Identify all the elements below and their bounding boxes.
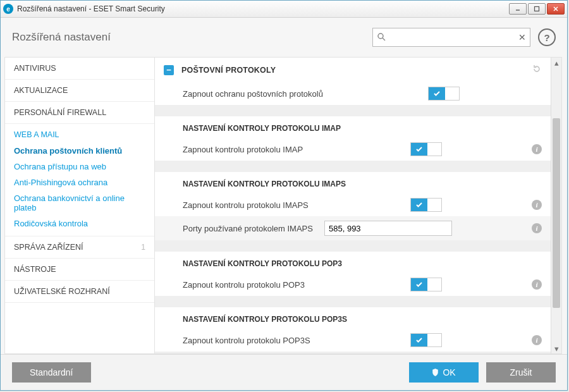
- sidebar-item-label: Ochrana bankovnictví a online plateb: [14, 193, 145, 212]
- check-icon: [411, 278, 427, 291]
- info-icon[interactable]: i: [532, 279, 542, 290]
- row-label: Porty používané protokolem IMAPS: [183, 224, 317, 233]
- row-label: Zapnout kontrolu protokolu IMAPS: [183, 200, 403, 210]
- ports-imaps-input[interactable]: [324, 221, 452, 236]
- maximize-button[interactable]: [528, 3, 546, 15]
- toggle-ochrana-postovnich-protokolu[interactable]: [428, 87, 460, 101]
- check-icon: [429, 87, 445, 100]
- page-header: Rozšířená nastavení ✕ ?: [1, 18, 567, 57]
- ok-button[interactable]: OK: [409, 362, 479, 383]
- svg-line-5: [382, 38, 385, 40]
- sidebar-item-web-a-mail[interactable]: WEB A MAIL: [5, 124, 154, 143]
- row-label: Zapnout kontrolu protokolu POP3S: [183, 336, 403, 345]
- row-zapnout-imap: Zapnout kontrolu protokolu IMAP i: [155, 138, 551, 161]
- sidebar-item-label: SPRÁVA ZAŘÍZENÍ: [14, 243, 83, 252]
- sidebar-item-ochrana-postovnich-klientu[interactable]: Ochrana poštovních klientů: [5, 143, 154, 159]
- toggle-imaps[interactable]: [410, 198, 442, 212]
- section-header-pop3: NASTAVENÍ KONTROLY PROTOKOLU POP3: [155, 252, 551, 273]
- sidebar-item-ochrana-pristupu-na-web[interactable]: Ochrana přístupu na web: [5, 159, 154, 175]
- toggle-pop3s[interactable]: [410, 333, 442, 347]
- row-label: Zapnout ochranu poštovních protokolů: [183, 89, 420, 99]
- scroll-down-icon[interactable]: ▾: [551, 343, 561, 353]
- info-icon[interactable]: i: [532, 144, 542, 154]
- cancel-button[interactable]: Zrušit: [486, 362, 556, 383]
- row-zapnout-pop3: Zapnout kontrolu protokolu POP3 i: [155, 273, 551, 296]
- section-header-pop3s: NASTAVENÍ KONTROLY PROTOKOLU POP3S: [155, 307, 551, 329]
- sidebar-item-label: NÁSTROJE: [14, 265, 56, 274]
- close-button[interactable]: [547, 3, 565, 15]
- sidebar-item-uzivatelske-rozhrani[interactable]: UŽIVATELSKÉ ROZHRANÍ: [5, 281, 154, 303]
- sidebar-item-label: UŽIVATELSKÉ ROZHRANÍ: [14, 287, 110, 296]
- sidebar-item-label: Ochrana přístupu na web: [14, 162, 106, 171]
- sidebar-item-label: Rodičovská kontrola: [14, 219, 88, 228]
- sidebar-item-rodicovska-kontrola[interactable]: Rodičovská kontrola: [5, 216, 154, 236]
- section-spacer: [155, 105, 551, 116]
- group-header-postovni-protokoly: − POŠTOVNÍ PROTOKOLY: [155, 58, 551, 82]
- scroll-up-icon[interactable]: ▴: [551, 58, 561, 68]
- svg-point-4: [378, 34, 383, 39]
- app-window: e Rozšířená nastavení - ESET Smart Secur…: [0, 0, 568, 391]
- sidebar-item-sprava-zarizeni[interactable]: SPRÁVA ZAŘÍZENÍ1: [5, 236, 154, 259]
- clear-search-icon[interactable]: ✕: [518, 32, 526, 42]
- app-logo-icon: e: [3, 4, 13, 14]
- check-icon: [411, 143, 427, 156]
- minimize-button[interactable]: [509, 3, 527, 15]
- collapse-toggle[interactable]: −: [164, 65, 174, 75]
- search-input[interactable]: [388, 32, 515, 43]
- shield-icon: [432, 369, 439, 376]
- default-button[interactable]: Standardní: [12, 362, 91, 383]
- section-spacer: [155, 240, 551, 252]
- sidebar-item-aktualizace[interactable]: AKTUALIZACE: [5, 80, 154, 102]
- section-header-imap: NASTAVENÍ KONTROLY PROTOKOLU IMAP: [155, 116, 551, 138]
- sidebar-item-label: WEB A MAIL: [14, 130, 59, 139]
- toggle-imap[interactable]: [410, 142, 442, 156]
- vertical-scrollbar[interactable]: ▴ ▾: [551, 58, 561, 353]
- row-label: Zapnout kontrolu protokolu IMAP: [183, 145, 403, 154]
- row-zapnout-imaps: Zapnout kontrolu protokolu IMAPS i: [155, 193, 551, 216]
- check-icon: [411, 199, 427, 211]
- content-wrap: − POŠTOVNÍ PROTOKOLY Zapnout ochranu poš…: [154, 57, 562, 354]
- info-icon[interactable]: i: [532, 223, 542, 233]
- window-controls: [509, 3, 565, 15]
- check-icon: [411, 334, 427, 346]
- sidebar-badge: 1: [141, 243, 145, 252]
- sidebar-item-label: AKTUALIZACE: [14, 86, 68, 95]
- footer: Standardní OK Zrušit: [1, 354, 567, 390]
- row-zapnout-pop3s: Zapnout kontrolu protokolu POP3S i: [155, 329, 551, 352]
- window-title: Rozšířená nastavení - ESET Smart Securit…: [17, 4, 509, 13]
- button-label: Standardní: [30, 367, 73, 377]
- page-title: Rozšířená nastavení: [12, 31, 365, 44]
- sidebar-item-label: Anti-Phishingová ochrana: [14, 178, 107, 187]
- section-spacer: [155, 161, 551, 172]
- search-icon: [377, 32, 386, 43]
- toggle-pop3[interactable]: [410, 278, 442, 291]
- titlebar: e Rozšířená nastavení - ESET Smart Secur…: [1, 1, 567, 18]
- sidebar-item-nastroje[interactable]: NÁSTROJE: [5, 259, 154, 281]
- content-pane: − POŠTOVNÍ PROTOKOLY Zapnout ochranu poš…: [155, 58, 551, 353]
- row-porty-imaps: Porty používané protokolem IMAPS i: [155, 216, 551, 240]
- sidebar-item-antivirus[interactable]: ANTIVIRUS: [5, 58, 154, 80]
- section-spacer: [155, 296, 551, 307]
- scroll-thumb[interactable]: [553, 118, 560, 308]
- info-icon[interactable]: i: [532, 200, 542, 210]
- info-icon[interactable]: i: [532, 335, 542, 345]
- sidebar-item-label: PERSONÁLNÍ FIREWALL: [14, 108, 106, 117]
- svg-rect-1: [535, 7, 539, 11]
- search-box[interactable]: ✕: [372, 28, 530, 47]
- button-label: Zrušit: [510, 367, 532, 377]
- row-label: Zapnout kontrolu protokolu POP3: [183, 280, 403, 290]
- section-header-imaps: NASTAVENÍ KONTROLY PROTOKOLU IMAPS: [155, 172, 551, 193]
- button-label: OK: [443, 367, 455, 377]
- sidebar-item-label: ANTIVIRUS: [14, 64, 56, 73]
- sidebar-item-ochrana-bankovnictvi[interactable]: Ochrana bankovnictví a online plateb: [5, 190, 154, 216]
- sidebar-item-label: Ochrana poštovních klientů: [14, 146, 122, 156]
- row-zapnout-ochranu-postovnich-protokolu: Zapnout ochranu poštovních protokolů: [155, 82, 551, 105]
- reset-icon[interactable]: [532, 64, 542, 76]
- help-button[interactable]: ?: [538, 28, 556, 46]
- body: ANTIVIRUS AKTUALIZACE PERSONÁLNÍ FIREWAL…: [1, 57, 567, 354]
- sidebar: ANTIVIRUS AKTUALIZACE PERSONÁLNÍ FIREWAL…: [4, 57, 154, 354]
- sidebar-item-anti-phishing[interactable]: Anti-Phishingová ochrana: [5, 175, 154, 190]
- sidebar-item-firewall[interactable]: PERSONÁLNÍ FIREWALL: [5, 102, 154, 124]
- group-title: POŠTOVNÍ PROTOKOLY: [181, 66, 524, 75]
